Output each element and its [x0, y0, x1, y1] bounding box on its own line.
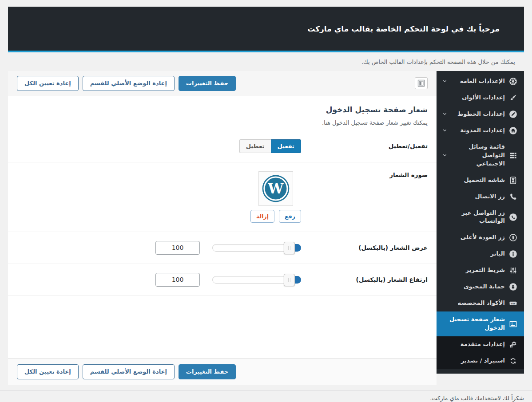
- sidebar-item-label: شريط التمرير: [442, 266, 505, 275]
- wordpress-logo: W: [262, 175, 290, 202]
- sidebar-item-label: زر التواصل عبر الواتساب: [442, 209, 505, 226]
- image-icon: [509, 320, 517, 328]
- pencil-circle-icon: [509, 110, 517, 118]
- reset-section-button-top[interactable]: إعادة الوضع الأصلي للقسم: [83, 76, 175, 91]
- logo-width-input[interactable]: [155, 241, 200, 255]
- section-title: شعار صفحة تسجيل الدخول: [17, 105, 428, 114]
- page-subtitle: يمكنك من خلال هذه الصفحة التحكم بإعدادات…: [361, 59, 515, 65]
- sidebar-item-label: الأكواد المخصصة: [442, 299, 505, 307]
- logo-width-slider-handle[interactable]: [284, 242, 295, 254]
- logo-image-label: صورة الشعار: [301, 171, 428, 178]
- list-icon: [509, 151, 517, 160]
- lock-circle-icon: [509, 283, 517, 291]
- sidebar-item-font-settings[interactable]: إعدادات الخطوط: [437, 106, 524, 122]
- reset-all-button-top[interactable]: إعادة تعيين الكل: [17, 76, 79, 91]
- svg-text:W: W: [268, 180, 284, 196]
- logo-height-input[interactable]: [155, 273, 200, 287]
- layout-panel-icon: [417, 79, 426, 87]
- sidebar-item-label: إعدادات الألوان: [442, 94, 505, 102]
- sidebar-item-label: إعدادات متقدمة: [442, 340, 505, 349]
- home-circle-icon: [509, 126, 517, 135]
- phone-circle-icon: [509, 213, 517, 221]
- sidebar-nav: الإعدادات العامة إعدادات الألوان إعدادات…: [437, 71, 524, 374]
- sidebar-item-back-to-top-button[interactable]: زر العودة لأعلى: [437, 229, 524, 246]
- logo-preview: W: [258, 171, 293, 206]
- sidebar-item-whatsapp-button[interactable]: زر التواصل عبر الواتساب: [437, 205, 524, 230]
- arrow-up-circle-icon: [509, 233, 517, 242]
- welcome-banner: مرحباً بك في لوحة التحكم الخاصة بقالب ما…: [8, 7, 524, 52]
- sidebar-item-call-button[interactable]: زر الاتصال: [437, 189, 524, 205]
- sidebar-item-label: زر الاتصال: [442, 193, 505, 201]
- enable-label: تفعيل/تعطيل: [301, 142, 428, 150]
- sidebar-item-label: حماية المحتوى: [442, 283, 505, 291]
- bottom-toolbar: حفظ التغييرات إعادة الوضع الأصلي للقسم إ…: [8, 358, 437, 385]
- page-subtitle-bar: يمكنك من خلال هذه الصفحة التحكم بإعدادات…: [8, 52, 524, 71]
- sliders-icon: [509, 266, 517, 275]
- phone-icon: [509, 193, 517, 201]
- sidebar-item-label: شعار صفحة تسجيل الدخول: [442, 315, 505, 332]
- sidebar-item-label: البانر: [442, 250, 505, 258]
- sync-icon: [509, 357, 517, 365]
- reset-section-button-bottom[interactable]: إعادة الوضع الأصلي للقسم: [83, 364, 175, 379]
- logo-height-label: ارتفاع الشعار (بالبكسل): [301, 276, 428, 283]
- bottom-button-group: حفظ التغييرات إعادة الوضع الأصلي للقسم إ…: [17, 364, 236, 379]
- gear-circle-icon: [509, 77, 517, 86]
- sidebar-item-label: شاشة التحميل: [442, 176, 505, 185]
- sidebar-item-social-media-menu[interactable]: قائمة وسائل التواصل الاجتماعي: [437, 139, 524, 172]
- save-changes-button-bottom[interactable]: حفظ التغييرات: [179, 364, 236, 379]
- sidebar-item-label: الإعدادات العامة: [452, 77, 505, 86]
- toggle-off-button[interactable]: تعطيل: [239, 139, 271, 153]
- sidebar-item-banner[interactable]: البانر: [437, 246, 524, 262]
- logo-height-slider-handle[interactable]: [284, 274, 295, 286]
- logo-height-slider[interactable]: [212, 276, 301, 284]
- upload-button[interactable]: رفع: [279, 210, 301, 223]
- brush-icon: [509, 94, 517, 102]
- sidebar-item-slider[interactable]: شريط التمرير: [437, 262, 524, 279]
- remove-button[interactable]: إزالة: [250, 210, 274, 223]
- chevron-down-icon: [442, 128, 448, 134]
- logo-width-row: عرض الشعار (بالبكسل): [8, 232, 437, 264]
- sidebar-item-label: زر العودة لأعلى: [442, 233, 505, 242]
- hourglass-icon: [509, 176, 517, 185]
- sidebar-item-loading-screen[interactable]: شاشة التحميل: [437, 172, 524, 189]
- top-button-group: حفظ التغييرات إعادة الوضع الأصلي للقسم إ…: [17, 76, 236, 91]
- sidebar-item-blog-settings[interactable]: إعدادات المدونة: [437, 122, 524, 139]
- admin-page: مرحباً بك في لوحة التحكم الخاصة بقالب ما…: [0, 0, 532, 385]
- enable-row: تفعيل/تعطيل تفعيل تعطيل: [8, 130, 437, 162]
- info-circle-icon: [509, 250, 517, 258]
- footer-thanks-text: شكراً لك لاستخدامك قالب ماي ماركت.: [8, 395, 524, 402]
- sidebar-item-custom-codes[interactable]: الأكواد المخصصة: [437, 295, 524, 311]
- main-area: الإعدادات العامة إعدادات الألوان إعدادات…: [8, 71, 524, 385]
- sidebar-item-import-export[interactable]: استيراد / تصدير: [437, 353, 524, 369]
- sidebar-item-color-settings[interactable]: إعدادات الألوان: [437, 90, 524, 106]
- sidebar-item-label: إعدادات المدونة: [452, 126, 505, 135]
- logo-width-slider[interactable]: [212, 244, 301, 252]
- logo-image-row: صورة الشعار W رفع إزالة: [8, 162, 437, 232]
- sidebar-item-content-protection[interactable]: حماية المحتوى: [437, 279, 524, 295]
- sidebar-item-label: إعدادات الخطوط: [452, 110, 505, 118]
- reset-all-button-bottom[interactable]: إعادة تعيين الكل: [17, 364, 79, 379]
- sidebar-item-label: قائمة وسائل التواصل الاجتماعي: [452, 143, 505, 168]
- chevron-down-icon: [442, 79, 448, 84]
- content-panel: حفظ التغييرات إعادة الوضع الأصلي للقسم إ…: [8, 71, 437, 385]
- panel-toggle-button[interactable]: [415, 77, 428, 89]
- css-badge-icon: [509, 299, 517, 307]
- sidebar-item-login-page-logo[interactable]: شعار صفحة تسجيل الدخول: [437, 311, 524, 336]
- chevron-down-icon: [442, 111, 448, 117]
- chevron-down-icon: [442, 153, 448, 158]
- section-head: شعار صفحة تسجيل الدخول يمكنك تغيير شعار …: [8, 96, 437, 130]
- sidebar-item-label: استيراد / تصدير: [442, 357, 505, 365]
- sidebar-item-advanced-settings[interactable]: إعدادات متقدمة: [437, 336, 524, 353]
- gears-icon: [509, 340, 517, 349]
- enable-toggle: تفعيل تعطيل: [239, 139, 301, 153]
- logo-height-row: ارتفاع الشعار (بالبكسل): [8, 264, 437, 296]
- toggle-on-button[interactable]: تفعيل: [271, 139, 302, 153]
- section-description: يمكنك تغيير شعار صفحة تسجيل الدخول هنا.: [17, 119, 428, 126]
- top-toolbar: حفظ التغييرات إعادة الوضع الأصلي للقسم إ…: [8, 71, 437, 96]
- page-footer: شكراً لك لاستخدامك قالب ماي ماركت.: [0, 390, 532, 402]
- welcome-title: مرحباً بك في لوحة التحكم الخاصة بقالب ما…: [283, 24, 524, 33]
- sidebar-item-general-settings[interactable]: الإعدادات العامة: [437, 73, 524, 90]
- save-changes-button-top[interactable]: حفظ التغييرات: [179, 76, 236, 91]
- logo-width-label: عرض الشعار (بالبكسل): [301, 244, 428, 251]
